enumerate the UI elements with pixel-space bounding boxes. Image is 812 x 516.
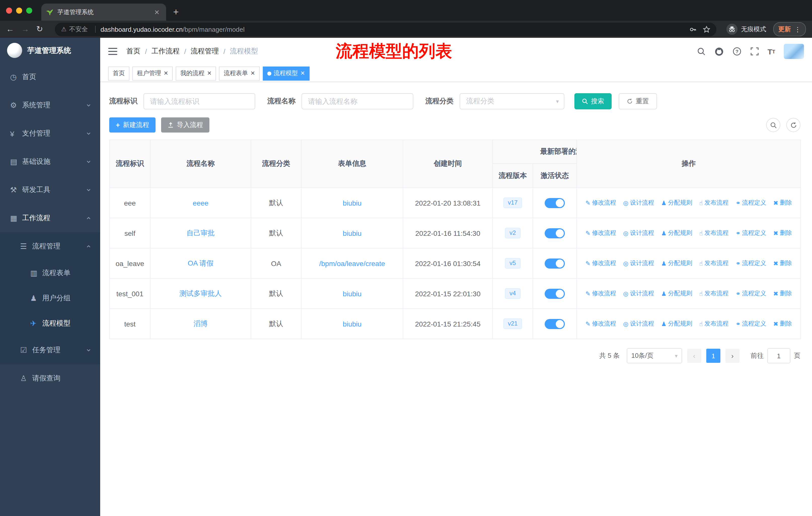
table-search-toggle-icon[interactable] xyxy=(766,118,780,132)
user-avatar[interactable] xyxy=(784,44,804,59)
help-icon[interactable]: ? xyxy=(732,47,741,56)
delete-link[interactable]: ✖删除 xyxy=(773,259,792,268)
active-toggle[interactable] xyxy=(545,258,565,268)
window-zoom-button[interactable] xyxy=(26,7,32,13)
sidebar-item-devtools[interactable]: ⚒ 研发工具 xyxy=(0,176,100,204)
model-name-link[interactable]: eeee xyxy=(193,199,208,207)
tag-close-icon[interactable]: ✕ xyxy=(251,71,255,76)
form-info-link[interactable]: biubiu xyxy=(343,229,362,237)
form-info-link[interactable]: biubiu xyxy=(343,290,362,298)
process-definition-link[interactable]: ⚭流程定义 xyxy=(735,259,766,268)
design-process-link[interactable]: ◎设计流程 xyxy=(623,259,654,268)
tag-my-process[interactable]: 我的流程✕ xyxy=(176,66,216,80)
breadcrumb-process-mgmt[interactable]: 流程管理 xyxy=(191,47,219,56)
sidebar-item-task-mgmt[interactable]: ☑ 任务管理 xyxy=(0,336,100,364)
version-badge[interactable]: v2 xyxy=(505,227,520,238)
process-name-input[interactable] xyxy=(301,93,413,109)
forward-button[interactable]: → xyxy=(21,25,29,33)
version-badge[interactable]: v21 xyxy=(503,318,522,329)
github-icon[interactable] xyxy=(714,47,724,56)
sidebar-item-user-group[interactable]: ♟ 用户分组 xyxy=(0,286,100,311)
publish-process-link[interactable]: ☝发布流程 xyxy=(699,290,729,298)
assign-rule-link[interactable]: ♟分配规则 xyxy=(661,290,692,298)
active-toggle[interactable] xyxy=(545,198,565,208)
breadcrumb-home[interactable]: 首页 xyxy=(126,47,141,56)
import-process-button[interactable]: 导入流程 xyxy=(161,117,209,133)
process-definition-link[interactable]: ⚭流程定义 xyxy=(735,199,766,207)
process-definition-link[interactable]: ⚭流程定义 xyxy=(735,229,766,238)
next-page-button[interactable]: › xyxy=(725,349,740,363)
form-info-link[interactable]: biubiu xyxy=(343,199,362,207)
model-name-link[interactable]: OA 请假 xyxy=(188,259,214,267)
publish-process-link[interactable]: ☝发布流程 xyxy=(699,320,729,328)
prev-page-button[interactable]: ‹ xyxy=(687,349,701,363)
window-close-button[interactable] xyxy=(6,7,12,13)
form-info-link[interactable]: /bpm/oa/leave/create xyxy=(319,259,385,267)
version-badge[interactable]: v5 xyxy=(505,258,520,269)
window-minimize-button[interactable] xyxy=(16,7,22,13)
tag-process-model[interactable]: 流程模型✕ xyxy=(263,66,309,80)
version-badge[interactable]: v17 xyxy=(503,197,522,208)
font-size-icon[interactable]: TT xyxy=(767,47,775,56)
active-toggle[interactable] xyxy=(545,228,565,238)
sidebar-item-process-mgmt[interactable]: ☰ 流程管理 xyxy=(0,232,100,261)
back-button[interactable]: ← xyxy=(6,25,14,33)
sidebar-item-payment[interactable]: ¥ 支付管理 xyxy=(0,119,100,147)
search-button[interactable]: 搜索 xyxy=(574,93,612,109)
fullscreen-icon[interactable] xyxy=(750,47,759,56)
edit-process-link[interactable]: ✎修改流程 xyxy=(585,290,616,298)
tag-tenant-mgmt[interactable]: 租户管理✕ xyxy=(133,66,173,80)
page-size-select[interactable]: 10条/页 ▾ xyxy=(627,348,682,363)
tab-close-icon[interactable]: ✕ xyxy=(152,8,161,16)
active-toggle[interactable] xyxy=(545,289,565,299)
model-name-link[interactable]: 自己审批 xyxy=(186,228,215,237)
tag-close-icon[interactable]: ✕ xyxy=(207,71,211,76)
edit-process-link[interactable]: ✎修改流程 xyxy=(585,229,616,238)
password-key-icon[interactable] xyxy=(689,25,697,33)
delete-link[interactable]: ✖删除 xyxy=(773,229,792,238)
publish-process-link[interactable]: ☝发布流程 xyxy=(699,259,729,268)
model-name-link[interactable]: 滔博 xyxy=(194,319,208,327)
sidebar-item-workflow[interactable]: ▦ 工作流程 xyxy=(0,204,100,232)
edit-process-link[interactable]: ✎修改流程 xyxy=(585,320,616,328)
process-definition-link[interactable]: ⚭流程定义 xyxy=(735,290,766,298)
browser-menu-icon[interactable]: ⋮ xyxy=(794,25,801,33)
sidebar-item-infra[interactable]: ▤ 基础设施 xyxy=(0,147,100,176)
breadcrumb-workflow[interactable]: 工作流程 xyxy=(151,47,180,56)
tag-process-form[interactable]: 流程表单✕ xyxy=(219,66,260,80)
reload-button[interactable]: ↻ xyxy=(36,25,43,33)
sidebar-item-process-form[interactable]: ▥ 流程表单 xyxy=(0,261,100,286)
form-info-link[interactable]: biubiu xyxy=(343,320,362,328)
delete-link[interactable]: ✖删除 xyxy=(773,290,792,298)
tag-close-icon[interactable]: ✕ xyxy=(300,71,305,76)
process-definition-link[interactable]: ⚭流程定义 xyxy=(735,320,766,328)
app-logo[interactable]: 芋道管理系统 xyxy=(0,38,100,63)
process-key-input[interactable] xyxy=(143,93,255,109)
new-tab-button[interactable]: + xyxy=(173,6,179,18)
design-process-link[interactable]: ◎设计流程 xyxy=(623,320,654,328)
tag-home[interactable]: 首页 xyxy=(108,66,129,80)
tag-close-icon[interactable]: ✕ xyxy=(164,71,168,76)
search-icon[interactable] xyxy=(696,47,705,56)
publish-process-link[interactable]: ☝发布流程 xyxy=(699,199,729,207)
reset-button[interactable]: 重置 xyxy=(619,93,657,109)
assign-rule-link[interactable]: ♟分配规则 xyxy=(661,259,692,268)
category-select[interactable]: 流程分类 ▾ xyxy=(460,93,564,109)
assign-rule-link[interactable]: ♟分配规则 xyxy=(661,199,692,207)
model-name-link[interactable]: 测试多审批人 xyxy=(179,289,222,297)
design-process-link[interactable]: ◎设计流程 xyxy=(623,229,654,238)
table-refresh-icon[interactable] xyxy=(786,118,801,132)
edit-process-link[interactable]: ✎修改流程 xyxy=(585,199,616,207)
active-toggle[interactable] xyxy=(545,319,565,329)
address-bar[interactable]: ⚠ 不安全 dashboard.yudao.iocoder.cn/bpm/man… xyxy=(55,22,716,36)
sidebar-item-system[interactable]: ⚙ 系统管理 xyxy=(0,91,100,119)
assign-rule-link[interactable]: ♟分配规则 xyxy=(661,229,692,238)
delete-link[interactable]: ✖删除 xyxy=(773,320,792,328)
assign-rule-link[interactable]: ♟分配规则 xyxy=(661,320,692,328)
bookmark-star-icon[interactable] xyxy=(703,25,710,33)
goto-page-input[interactable] xyxy=(767,348,790,363)
create-process-button[interactable]: + 新建流程 xyxy=(109,117,155,133)
publish-process-link[interactable]: ☝发布流程 xyxy=(699,229,729,238)
page-1-button[interactable]: 1 xyxy=(706,349,720,363)
sidebar-item-leave-query[interactable]: ♙ 请假查询 xyxy=(0,364,100,392)
